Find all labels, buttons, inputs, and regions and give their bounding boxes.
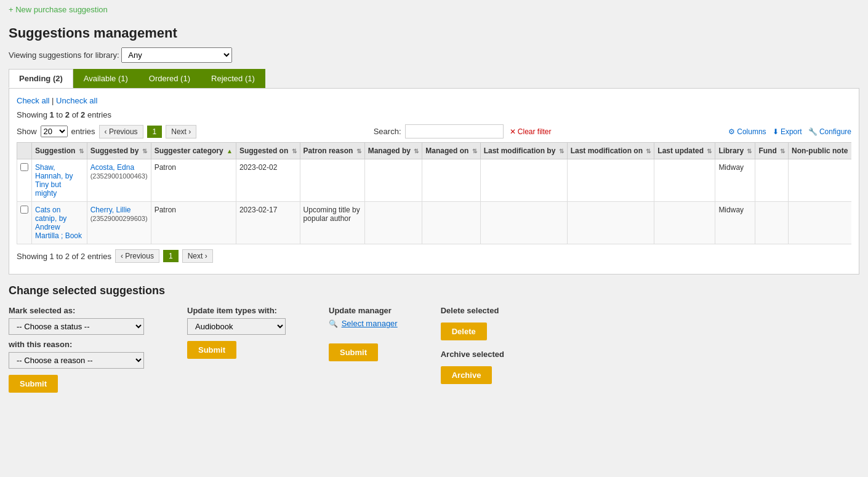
row-checkbox[interactable]: [17, 159, 32, 202]
reason-select[interactable]: -- Choose a reason --: [9, 352, 144, 369]
managed-by-cell: [364, 202, 422, 244]
archive-button[interactable]: Archive: [441, 366, 492, 384]
item-type-select[interactable]: Audiobook: [187, 318, 286, 335]
status-select[interactable]: -- Choose a status --: [9, 318, 144, 335]
suggestion-link[interactable]: Cats on catnip, by Andrew Martilla ; Boo…: [35, 206, 82, 240]
col-header-fund[interactable]: Fund ⇅: [755, 143, 789, 159]
row-checkbox-input[interactable]: [20, 206, 28, 214]
item-type-submit-button[interactable]: Submit: [187, 341, 236, 359]
col-header-library[interactable]: Library ⇅: [715, 143, 755, 159]
library-label: Viewing suggestions for library:: [9, 50, 119, 60]
fund-cell: [755, 159, 789, 202]
search-label: Search:: [374, 127, 401, 136]
toolbar-right: ⚙ Columns ⬇ Export 🔧 Configure: [728, 127, 851, 136]
configure-button[interactable]: 🔧 Configure: [808, 127, 851, 136]
suggester-category-cell: Patron: [151, 159, 236, 202]
non-public-note-cell: [789, 159, 851, 202]
col-header-last-mod-by[interactable]: Last modification by ⇅: [480, 143, 567, 159]
last-mod-by-cell: [480, 159, 567, 202]
table-row: Shaw, Hannah, by Tiny but mighty Acosta,…: [17, 159, 852, 202]
export-button[interactable]: ⬇ Export: [773, 127, 802, 136]
table-wrapper: Suggestion ⇅ Suggested by ⇅ Suggester ca…: [17, 142, 851, 244]
row-checkbox-input[interactable]: [20, 163, 28, 171]
tab-rejected[interactable]: Rejected (1): [201, 69, 265, 88]
tab-available[interactable]: Available (1): [73, 69, 139, 88]
show-label: Show: [17, 127, 37, 136]
suggested-by-cell: Acosta, Edna (23529001000463): [87, 159, 151, 202]
mark-status-col: Mark selected as: -- Choose a status -- …: [9, 306, 144, 393]
suggested-on-cell: 2023-02-17: [236, 202, 300, 244]
showing-info: Showing 1 to 2 of 2 entries: [17, 110, 851, 119]
last-mod-on-cell: [567, 159, 654, 202]
check-all-link[interactable]: Check all: [17, 96, 49, 105]
col-header-managed-by[interactable]: Managed by ⇅: [364, 143, 422, 159]
change-section: Change selected suggestions Mark selecte…: [9, 284, 859, 393]
uncheck-all-link[interactable]: Uncheck all: [56, 96, 97, 105]
archive-title: Archive selected: [441, 350, 504, 359]
suggestion-cell: Shaw, Hannah, by Tiny but mighty: [32, 159, 87, 202]
last-mod-by-cell: [480, 202, 567, 244]
col-header-suggested-by[interactable]: Suggested by ⇅: [87, 143, 151, 159]
patron-id: (23529000299603): [90, 215, 148, 222]
page-number-bottom: 1: [163, 250, 179, 262]
update-manager-title: Update manager: [329, 306, 398, 315]
last-updated-cell: [654, 202, 715, 244]
col-header-non-public-note[interactable]: Non-public note ⇅: [789, 143, 851, 159]
col-header-suggested-on[interactable]: Suggested on ⇅: [236, 143, 300, 159]
col-header-last-updated[interactable]: Last updated ⇅: [654, 143, 715, 159]
tab-bar: Pending (2) Available (1) Ordered (1) Re…: [9, 69, 859, 88]
show-entries-select[interactable]: 20 50 100: [41, 126, 68, 137]
delete-button[interactable]: Delete: [441, 323, 487, 340]
item-types-col: Update item types with: Audiobook Submit: [187, 306, 286, 393]
row-checkbox[interactable]: [17, 202, 32, 244]
managed-on-cell: [422, 202, 480, 244]
reason-label: with this reason:: [9, 340, 144, 349]
delete-col: Delete selected Delete Archive selected …: [441, 306, 504, 393]
columns-button[interactable]: ⚙ Columns: [728, 127, 766, 136]
col-header-suggester-category[interactable]: Suggester category ▲: [151, 143, 236, 159]
col-header-checkbox: [17, 143, 32, 159]
prev-button-top[interactable]: ‹ Previous: [99, 125, 143, 138]
suggested-by-cell: Cherry, Lillie (23529000299603): [87, 202, 151, 244]
suggestion-cell: Cats on catnip, by Andrew Martilla ; Boo…: [32, 202, 87, 244]
select-manager-link[interactable]: Select manager: [342, 319, 398, 328]
patron-link[interactable]: Cherry, Lillie: [90, 206, 131, 214]
prev-button-bottom[interactable]: ‹ Previous: [115, 249, 159, 263]
suggestions-table: Suggestion ⇅ Suggested by ⇅ Suggester ca…: [17, 142, 851, 244]
next-button-bottom[interactable]: Next ›: [182, 249, 213, 263]
managed-on-cell: [422, 159, 480, 202]
col-header-suggestion[interactable]: Suggestion ⇅: [32, 143, 87, 159]
tab-ordered[interactable]: Ordered (1): [139, 69, 201, 88]
search-input[interactable]: [405, 124, 504, 138]
patron-reason-cell: Upcoming title by popular author: [300, 202, 364, 244]
fund-cell: [755, 202, 789, 244]
entries-label: entries: [71, 127, 95, 136]
suggestion-link[interactable]: Shaw, Hannah, by Tiny but mighty: [35, 163, 73, 198]
page-number-top: 1: [147, 126, 163, 138]
manager-submit-button[interactable]: Submit: [329, 343, 378, 361]
mark-label: Mark selected as:: [9, 306, 144, 315]
next-button-top[interactable]: Next ›: [166, 125, 196, 138]
new-suggestion-link[interactable]: + New purchase suggestion: [9, 5, 108, 14]
last-mod-on-cell: [567, 202, 654, 244]
patron-link[interactable]: Acosta, Edna: [90, 163, 134, 172]
delete-title: Delete selected: [441, 306, 504, 315]
table-row: Cats on catnip, by Andrew Martilla ; Boo…: [17, 202, 852, 244]
check-links: Check all | Uncheck all: [17, 96, 851, 105]
table-controls-bottom: Showing 1 to 2 of 2 entries ‹ Previous 1…: [17, 249, 851, 263]
last-updated-cell: [654, 159, 715, 202]
clear-filter-link[interactable]: ✕ Clear filter: [510, 127, 552, 136]
item-type-label: Update item types with:: [187, 306, 286, 315]
col-header-last-mod-on[interactable]: Last modification on ⇅: [567, 143, 654, 159]
managed-by-cell: [364, 159, 422, 202]
page-title: Suggestions management: [9, 25, 859, 41]
col-header-managed-on[interactable]: Managed on ⇅: [422, 143, 480, 159]
suggested-on-cell: 2023-02-02: [236, 159, 300, 202]
library-select[interactable]: Any: [121, 47, 232, 63]
mark-submit-button[interactable]: Submit: [9, 375, 58, 393]
update-manager-col: Update manager 🔍 Select manager Submit: [329, 306, 398, 393]
col-header-patron-reason[interactable]: Patron reason ⇅: [300, 143, 364, 159]
library-cell: Midway: [715, 159, 755, 202]
tab-pending[interactable]: Pending (2): [9, 69, 73, 88]
change-section-title: Change selected suggestions: [9, 284, 859, 297]
